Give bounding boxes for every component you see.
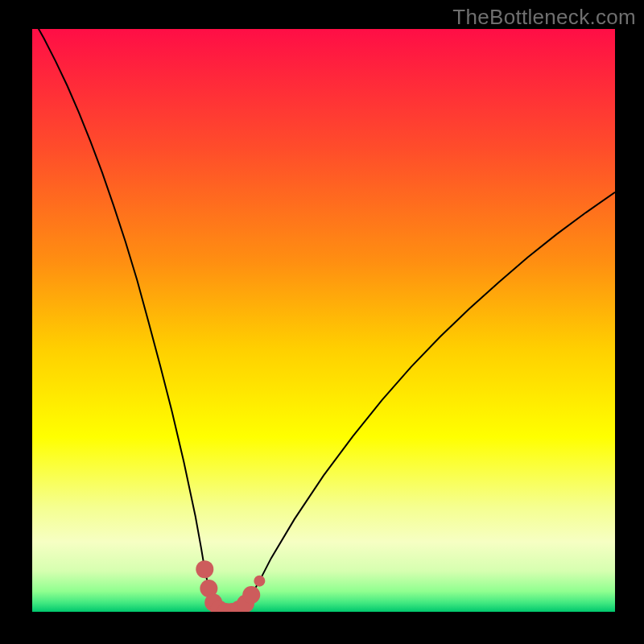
chart-container: [32, 29, 615, 612]
marker-dot: [254, 576, 265, 587]
bottleneck-markers: [196, 560, 265, 612]
marker-dot: [242, 586, 260, 604]
marker-dot: [196, 560, 213, 578]
bottleneck-curve: [32, 29, 615, 612]
chart-curve-layer: [32, 29, 615, 612]
watermark-text: TheBottleneck.com: [452, 5, 636, 30]
